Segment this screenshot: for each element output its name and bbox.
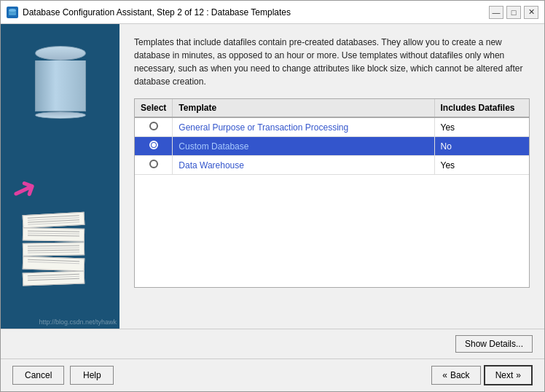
radio-button-3[interactable] (149, 160, 158, 168)
minimize-button[interactable]: — (489, 6, 503, 19)
watermark: http://blog.csdn.net/tyhawk (39, 318, 117, 326)
maximize-button[interactable]: □ (506, 6, 521, 19)
radio-cell-2[interactable] (135, 137, 173, 156)
template-name-3[interactable]: Data Warehouse (173, 156, 434, 175)
doc-pages (23, 213, 85, 285)
col-select: Select (135, 99, 173, 117)
templates-table-container: Select Template Includes Datafiles Gener… (134, 98, 530, 288)
title-bar: Database Configuration Assistant, Step 2… (1, 1, 544, 24)
database-cylinder (35, 46, 86, 111)
main-window: Database Configuration Assistant, Step 2… (0, 0, 545, 392)
datafiles-2: No (434, 137, 529, 156)
radio-cell-1[interactable] (135, 117, 173, 137)
cylinder-body (35, 60, 86, 111)
footer-nav-buttons: « Back Next » (431, 365, 533, 385)
window-controls: — □ ✕ (489, 6, 538, 19)
footer-left-buttons: Cancel Help (12, 366, 114, 385)
back-arrow-icon: « (442, 370, 447, 380)
next-arrow-icon: » (516, 370, 521, 380)
content-area: ➜ http://blog.csdn.net/tyhawk Templates … (1, 24, 544, 329)
cancel-button[interactable]: Cancel (12, 366, 64, 385)
table-row[interactable]: Data Warehouse Yes (135, 156, 529, 175)
description-text: Templates that include datafiles contain… (134, 36, 530, 88)
main-panel: Templates that include datafiles contain… (119, 24, 544, 329)
radio-button-1[interactable] (149, 122, 158, 130)
arrow-icon: ➜ (6, 170, 42, 209)
col-template: Template (173, 99, 434, 117)
template-name-1[interactable]: General Purpose or Transaction Processin… (173, 117, 434, 137)
cylinder-bottom (35, 111, 86, 119)
app-icon (7, 7, 18, 18)
table-row-selected[interactable]: Custom Database No (135, 137, 529, 156)
back-label: Back (450, 370, 470, 380)
datafiles-3: Yes (434, 156, 529, 175)
radio-button-2[interactable] (149, 141, 158, 149)
show-details-button[interactable]: Show Details... (455, 335, 533, 353)
help-button[interactable]: Help (70, 366, 114, 385)
svg-point-1 (9, 9, 16, 12)
cylinder-top (35, 46, 86, 60)
back-button[interactable]: « Back (431, 366, 480, 385)
next-button[interactable]: Next » (484, 365, 533, 385)
datafiles-1: Yes (434, 117, 529, 137)
templates-table: Select Template Includes Datafiles Gener… (135, 99, 529, 175)
template-name-2[interactable]: Custom Database (173, 137, 434, 156)
title-bar-left: Database Configuration Assistant, Step 2… (7, 7, 291, 18)
footer-bar: Cancel Help « Back Next » (1, 358, 544, 391)
show-details-bar: Show Details... (1, 329, 544, 358)
next-label: Next (495, 370, 514, 380)
svg-rect-2 (9, 12, 16, 12)
col-datafiles: Includes Datafiles (434, 99, 529, 117)
sidebar: ➜ http://blog.csdn.net/tyhawk (1, 24, 119, 329)
table-row[interactable]: General Purpose or Transaction Processin… (135, 117, 529, 137)
close-button[interactable]: ✕ (524, 6, 538, 19)
window-title: Database Configuration Assistant, Step 2… (23, 7, 291, 17)
radio-cell-3[interactable] (135, 156, 173, 175)
sidebar-illustration: ➜ http://blog.csdn.net/tyhawk (1, 24, 119, 329)
